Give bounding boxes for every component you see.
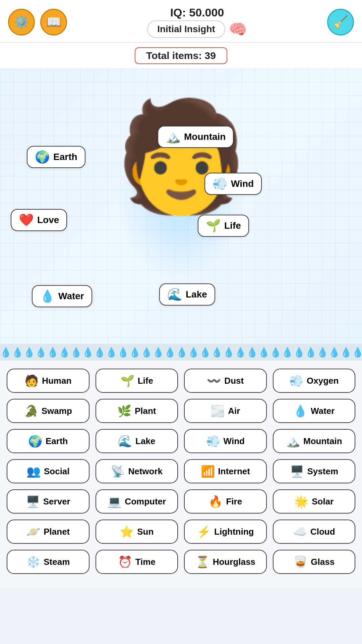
life-label: Life [224, 220, 241, 231]
internet-icon: 📶 [201, 465, 215, 478]
dust-icon: 〰️ [207, 374, 221, 387]
lake-label: Lake [135, 436, 155, 446]
grid-item-computer[interactable]: 💻Computer [96, 489, 178, 514]
oxygen-icon: 💨 [289, 374, 303, 387]
solar-icon: 🌟 [294, 495, 308, 508]
brush-icon: 🧹 [333, 15, 348, 29]
earth-icon: 🌍 [28, 434, 42, 448]
sun-icon: ⭐ [120, 525, 134, 538]
grid-item-earth[interactable]: 🌍Earth [7, 429, 89, 453]
grid-item-glass[interactable]: 🥃Glass [273, 550, 356, 574]
lake-icon: 🌊 [118, 434, 132, 448]
grid-item-plant[interactable]: 🌿Plant [96, 399, 178, 423]
mountain-label: Mountain [184, 131, 226, 142]
computer-label: Computer [125, 496, 166, 507]
grid-item-planet[interactable]: 🪐Planet [7, 520, 89, 544]
mountain-icon: 🏔️ [286, 434, 300, 448]
grid-item-lake[interactable]: 🌊Lake [96, 429, 178, 453]
glass-icon: 🥃 [293, 555, 307, 569]
water-label: Water [311, 406, 335, 416]
grid-item-lightning[interactable]: ⚡Lightning [184, 520, 267, 544]
items-section: 🧑Human🌱Life〰️Dust💨Oxygen🐊Swamp🌿Plant🌫️Ai… [0, 361, 362, 587]
plant-icon: 🌿 [117, 404, 131, 418]
lightning-label: Lightning [214, 527, 254, 537]
float-card-mountain[interactable]: 🏔️Mountain [158, 126, 234, 148]
water-icon: 💧 [40, 289, 55, 303]
grid-item-sun[interactable]: ⭐Sun [96, 520, 178, 544]
cloud-icon: ☁️ [293, 525, 307, 538]
float-card-wind[interactable]: 💨Wind [204, 173, 262, 195]
solar-label: Solar [312, 496, 334, 507]
steam-label: Steam [44, 557, 70, 567]
grid-item-wind[interactable]: 💨Wind [184, 429, 267, 453]
grid-item-steam[interactable]: ❄️Steam [7, 550, 89, 574]
grid-item-solar[interactable]: 🌟Solar [273, 489, 356, 514]
settings-icon: ⚙️ [14, 15, 29, 29]
brain-icon: 🧠 [229, 20, 247, 38]
grid-item-time[interactable]: ⏰Time [96, 550, 178, 574]
life-label: Life [138, 376, 153, 386]
life-icon: 🌱 [206, 219, 221, 233]
water-icon: 💧 [293, 404, 307, 418]
grid-item-hourglass[interactable]: ⏳Hourglass [184, 550, 267, 574]
grid-item-mountain[interactable]: 🏔️Mountain [273, 429, 356, 453]
mountain-label: Mountain [303, 436, 342, 446]
lake-label: Lake [186, 289, 207, 300]
social-label: Social [44, 466, 70, 477]
human-icon: 🧑 [24, 374, 39, 387]
human-label: Human [42, 376, 71, 386]
total-items-label: Total items: [146, 50, 204, 61]
grid-item-human[interactable]: 🧑Human [7, 369, 89, 393]
system-label: System [307, 466, 339, 477]
network-label: Network [128, 466, 163, 477]
plant-label: Plant [135, 406, 156, 416]
grid-item-server[interactable]: 🖥️Server [7, 489, 89, 514]
social-icon: 👥 [26, 465, 41, 478]
sun-label: Sun [137, 527, 154, 537]
wind-icon: 💨 [206, 434, 220, 448]
grid-item-oxygen[interactable]: 💨Oxygen [273, 369, 356, 393]
grid-item-fire[interactable]: 🔥Fire [184, 489, 267, 514]
swamp-label: Swamp [42, 406, 72, 416]
grid-item-network[interactable]: 📡Network [96, 459, 178, 483]
grid-item-air[interactable]: 🌫️Air [184, 399, 267, 423]
brush-button[interactable]: 🧹 [327, 9, 354, 36]
grid-item-social[interactable]: 👥Social [7, 459, 89, 483]
steam-icon: ❄️ [26, 555, 40, 569]
float-card-love[interactable]: ❤️Love [11, 209, 67, 231]
grid-item-internet[interactable]: 📶Internet [184, 459, 267, 483]
grid-item-system[interactable]: 🖥️System [273, 459, 356, 483]
settings-button[interactable]: ⚙️ [8, 9, 35, 36]
book-button[interactable]: 📖 [40, 9, 67, 36]
float-card-life[interactable]: 🌱Life [198, 215, 249, 237]
network-icon: 📡 [111, 465, 125, 478]
planet-icon: 🪐 [26, 525, 40, 538]
love-icon: ❤️ [19, 213, 34, 227]
computer-icon: 💻 [107, 495, 121, 508]
float-card-water[interactable]: 💧Water [32, 285, 92, 307]
grid-item-swamp[interactable]: 🐊Swamp [7, 399, 89, 423]
grid-item-dust[interactable]: 〰️Dust [184, 369, 267, 393]
lightning-icon: ⚡ [197, 525, 211, 538]
float-card-lake[interactable]: 🌊Lake [159, 283, 215, 306]
system-icon: 🖥️ [290, 465, 304, 478]
iq-display: IQ: 50.000 [72, 6, 322, 19]
game-area: 🧑 🏔️Mountain🌍Earth💨Wind❤️Love🌱Life💧Water… [0, 69, 362, 344]
grid-item-water[interactable]: 💧Water [273, 399, 356, 423]
grid-item-life[interactable]: 🌱Life [96, 369, 178, 393]
server-icon: 🖥️ [26, 495, 40, 508]
insight-bar: Initial Insight 🧠 [72, 20, 322, 38]
air-icon: 🌫️ [210, 404, 225, 418]
earth-label: Earth [53, 152, 77, 162]
internet-label: Internet [218, 466, 250, 477]
lake-icon: 🌊 [167, 287, 182, 302]
items-grid: 🧑Human🌱Life〰️Dust💨Oxygen🐊Swamp🌿Plant🌫️Ai… [7, 369, 355, 574]
wind-label: Wind [231, 178, 254, 189]
hourglass-icon: ⏳ [195, 555, 209, 569]
float-card-earth[interactable]: 🌍Earth [27, 146, 85, 168]
total-items-bar: Total items: 39 [0, 43, 362, 69]
header-left-buttons: ⚙️ 📖 [8, 9, 67, 36]
swamp-icon: 🐊 [24, 404, 38, 418]
oxygen-label: Oxygen [307, 376, 339, 386]
grid-item-cloud[interactable]: ☁️Cloud [273, 520, 356, 544]
